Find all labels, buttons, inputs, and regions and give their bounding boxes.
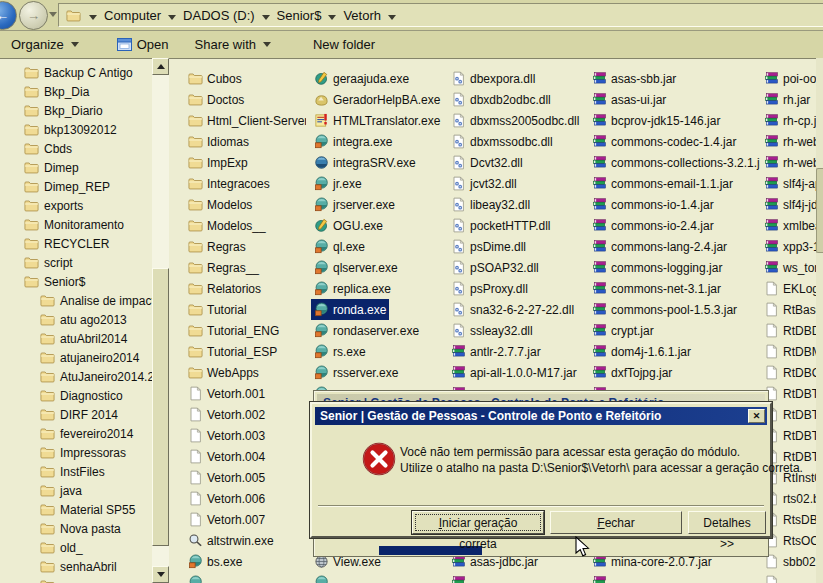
file-item-eklogc[interactable]: EKLogC — [761, 278, 823, 299]
tree-item-impressoras[interactable]: Impressoras — [40, 443, 126, 462]
file-item-commons-codec-1-4-jar[interactable]: commons-codec-1.4.jar — [589, 131, 739, 152]
file-item-commons-pool-1-5-3-jar[interactable]: commons-pool-1.5.3.jar — [589, 299, 740, 320]
file-item-integracoes[interactable]: Integracoes — [185, 173, 273, 194]
file-item-dom4j-1-6-1-jar[interactable]: dom4j-1.6.1.jar — [589, 341, 694, 362]
files-scrollbar[interactable] — [816, 58, 823, 583]
file-item-libeay32-dll[interactable]: libeay32.dll — [448, 194, 533, 215]
file-item-modelos[interactable]: Modelos — [185, 194, 255, 215]
file-item-dbexpora-dll[interactable]: dbexpora.dll — [448, 68, 538, 89]
tree-item[interactable] — [40, 576, 60, 583]
file-item-ogu-exe[interactable]: OGU.exe — [311, 215, 386, 236]
address-bar[interactable]: ComputerDADOS (D:)Senior$Vetorh — [58, 3, 823, 27]
tree-item-backup-c-antigo[interactable]: Backup C Antigo — [24, 63, 133, 82]
tree-item-atujaneiro2014-2[interactable]: AtuJaneiro2014.2 — [40, 367, 152, 386]
file-item-rh-cp-j[interactable]: rh-cp.j — [761, 110, 819, 131]
file-item-html-client-server[interactable]: Html_Client-Server — [185, 110, 306, 131]
file-item-dcvt32-dll[interactable]: Dcvt32.dll — [448, 152, 526, 173]
crumb-separator-icon[interactable] — [262, 15, 270, 20]
breadcrumb-segment[interactable]: Vetorh — [339, 6, 385, 25]
tree-item-bkp-diario[interactable]: Bkp_Diario — [24, 101, 103, 120]
dialog-button-fechar[interactable]: Fechar — [550, 511, 682, 534]
file-item-rh-web[interactable]: rh-web — [761, 152, 823, 173]
breadcrumb-segment[interactable]: Computer — [100, 6, 165, 25]
file-item-rtdbm[interactable]: RtDBM — [761, 341, 823, 362]
file-item-rtdbto[interactable]: RtDBTo — [761, 383, 823, 404]
tree-item-analise-de-impacto[interactable]: Analise de impacto — [40, 291, 152, 310]
file-item[interactable] — [311, 572, 336, 583]
crumb-separator-icon[interactable] — [328, 15, 336, 20]
file-item-commons-io-2-4-jar[interactable]: commons-io-2.4.jar — [589, 215, 717, 236]
tree-item-monitoramento[interactable]: Monitoramento — [24, 215, 124, 234]
tree-item-bkp-dia[interactable]: Bkp_Dia — [24, 82, 89, 101]
crumb-separator-icon[interactable] — [388, 15, 396, 20]
tree-item-dimep-rep[interactable]: Dimep_REP — [24, 177, 110, 196]
file-item-tutorial[interactable]: Tutorial — [185, 299, 250, 320]
file-item-sna32-6-2-27-22-dll[interactable]: sna32-6-2-27-22.dll — [448, 299, 577, 320]
tree-item-dimep[interactable]: Dimep — [24, 158, 79, 177]
scroll-down-button[interactable] — [152, 566, 169, 583]
file-item-rs-exe[interactable]: rs.exe — [311, 341, 369, 362]
file-item-bs-exe[interactable]: bs.exe — [185, 551, 245, 572]
file-item-xpp3-1[interactable]: xpp3-1 — [761, 236, 823, 257]
tree-scrollbar-thumb[interactable] — [152, 268, 169, 546]
file-item-bcprov-jdk15-146-jar[interactable]: bcprov-jdk15-146.jar — [589, 110, 723, 131]
tree-item-recycler[interactable]: RECYCLER — [24, 234, 109, 253]
file-item-rh-jar[interactable]: rh.jar — [761, 89, 813, 110]
tree-item-material-sp55[interactable]: Material SP55 — [40, 500, 135, 519]
file-item-antlr-2-7-7-jar[interactable]: antlr-2.7.7.jar — [448, 341, 544, 362]
file-item-replica-exe[interactable]: replica.exe — [311, 278, 394, 299]
tree-item-fevereiro2014[interactable]: fevereiro2014 — [40, 424, 133, 443]
file-item-slf4j-jd[interactable]: slf4j-jd — [761, 194, 821, 215]
tree-scrollbar[interactable] — [152, 58, 169, 583]
file-item-commons-email-1-1-jar[interactable]: commons-email-1.1.jar — [589, 173, 736, 194]
file-item-dbxmssodbc-dll[interactable]: dbxmssodbc.dll — [448, 131, 556, 152]
file-item-slf4j-ap[interactable]: slf4j-ap — [761, 173, 823, 194]
file-item-rh-web[interactable]: rh-web — [761, 131, 823, 152]
forward-button[interactable]: → — [19, 1, 48, 30]
file-item-commons-collections-3-2-1-jar[interactable]: commons-collections-3.2.1.jar — [589, 152, 760, 173]
file-item[interactable] — [185, 572, 210, 583]
file-item-htmltranslator-exe[interactable]: HTMLTranslator.exe — [311, 110, 442, 131]
file-item-doctos[interactable]: Doctos — [185, 89, 247, 110]
tree-item-senhaabril[interactable]: senhaAbril — [40, 557, 117, 576]
file-item-jr-exe[interactable]: jr.exe — [311, 173, 365, 194]
tree-item-cbds[interactable]: Cbds — [24, 139, 72, 158]
file-item-vetorh-001[interactable]: Vetorh.001 — [185, 383, 268, 404]
file-item-rsserver-exe[interactable]: rsserver.exe — [311, 362, 401, 383]
file-item-ronda-exe[interactable]: ronda.exe — [311, 299, 389, 320]
file-item-asas-ui-jar[interactable]: asas-ui.jar — [589, 89, 669, 110]
tree-item-bkp13092012[interactable]: bkp13092012 — [24, 120, 117, 139]
file-item-commons-lang-2-4-jar[interactable]: commons-lang-2.4.jar — [589, 236, 730, 257]
file-item-rondaserver-exe[interactable]: rondaserver.exe — [311, 320, 422, 341]
file-item-jrserver-exe[interactable]: jrserver.exe — [311, 194, 398, 215]
file-item-idiomas[interactable]: Idiomas — [185, 131, 252, 152]
file-item-crypt-jar[interactable]: crypt.jar — [589, 320, 657, 341]
breadcrumb-segment[interactable]: Senior$ — [273, 6, 326, 25]
file-item-jcvt32-dll[interactable]: jcvt32.dll — [448, 173, 520, 194]
file-item-modelos-[interactable]: Modelos__ — [185, 215, 269, 236]
tree-item-atuabril2014[interactable]: atuAbril2014 — [40, 329, 127, 348]
file-item-tutorial-esp[interactable]: Tutorial_ESP — [185, 341, 280, 362]
file-item-dbxdb2odbc-dll[interactable]: dbxdb2odbc.dll — [448, 89, 554, 110]
file-item-geraajuda-exe[interactable]: geraajuda.exe — [311, 68, 412, 89]
file-item-dxftojpg-jar[interactable]: dxfTojpg.jar — [589, 362, 675, 383]
file-item-cubos[interactable]: Cubos — [185, 68, 245, 89]
file-item-commons-logging-jar[interactable]: commons-logging.jar — [589, 257, 725, 278]
organize-button[interactable]: Organize — [2, 33, 88, 56]
file-item-dbxmss2005odbc-dll[interactable]: dbxmss2005odbc.dll — [448, 110, 582, 131]
back-button[interactable]: ← — [0, 1, 17, 30]
file-item-tutorial-eng[interactable]: Tutorial_ENG — [185, 320, 282, 341]
file-item-rtdbde[interactable]: RtDBDE — [761, 320, 823, 341]
tree-item-old-[interactable]: old_ — [40, 538, 83, 557]
tree-item-atu-ago2013[interactable]: atu ago2013 — [40, 310, 127, 329]
dialog-titlebar[interactable]: Senior | Gestão de Pessoas - Controle de… — [315, 407, 767, 425]
tree-item-senior-[interactable]: Senior$ — [24, 272, 85, 291]
close-button[interactable]: ✕ — [748, 409, 765, 423]
file-item-vetorh-002[interactable]: Vetorh.002 — [185, 404, 268, 425]
dialog-button-iniciar-gera-o-correta[interactable]: Iniciar geração correta — [412, 511, 544, 534]
file-item-poi-oo[interactable]: poi-oo — [761, 68, 819, 89]
file-item-asas-sbb-jar[interactable]: asas-sbb.jar — [589, 68, 679, 89]
file-item-vetorh-005[interactable]: Vetorh.005 — [185, 467, 268, 488]
file-item-regras-[interactable]: Regras__ — [185, 257, 262, 278]
tree-item-script[interactable]: script — [24, 253, 73, 272]
